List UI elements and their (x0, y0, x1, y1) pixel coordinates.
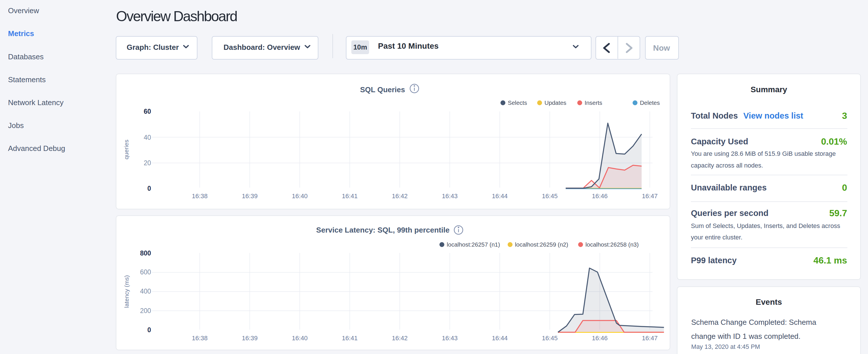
svg-text:Selects: Selects (508, 99, 527, 106)
svg-text:16:47: 16:47 (642, 192, 658, 200)
svg-text:Service Latency: SQL, 99th per: Service Latency: SQL, 99th percentile (316, 226, 449, 234)
svg-text:20: 20 (144, 159, 151, 167)
svg-text:Inserts: Inserts (585, 99, 602, 106)
svg-text:16:44: 16:44 (492, 192, 507, 200)
svg-text:0: 0 (147, 326, 151, 334)
svg-text:16:38: 16:38 (192, 192, 208, 200)
svg-text:SQL Queries: SQL Queries (360, 85, 405, 94)
svg-text:localhost:26258 (n3): localhost:26258 (n3) (585, 241, 639, 248)
svg-text:16:42: 16:42 (392, 192, 407, 200)
svg-text:40: 40 (144, 134, 151, 141)
svg-text:16:39: 16:39 (242, 192, 258, 200)
svg-text:16:46: 16:46 (592, 334, 608, 342)
svg-text:Updates: Updates (545, 99, 566, 106)
svg-text:0: 0 (147, 185, 151, 192)
svg-text:localhost:26257 (n1): localhost:26257 (n1) (447, 241, 500, 248)
svg-text:16:45: 16:45 (542, 334, 558, 342)
svg-text:16:43: 16:43 (442, 334, 458, 342)
svg-text:16:41: 16:41 (342, 192, 358, 200)
svg-text:16:41: 16:41 (342, 334, 358, 342)
svg-text:Deletes: Deletes (640, 99, 660, 106)
svg-text:60: 60 (144, 108, 151, 115)
svg-text:600: 600 (140, 268, 151, 276)
svg-text:16:38: 16:38 (192, 334, 208, 342)
svg-text:16:43: 16:43 (442, 192, 458, 200)
svg-text:16:40: 16:40 (292, 192, 308, 200)
svg-text:16:42: 16:42 (392, 334, 407, 342)
svg-text:16:40: 16:40 (292, 334, 308, 342)
svg-text:queries: queries (123, 140, 129, 160)
svg-text:800: 800 (140, 250, 151, 257)
svg-text:16:46: 16:46 (592, 192, 608, 200)
svg-text:localhost:26259 (n2): localhost:26259 (n2) (515, 241, 568, 248)
svg-text:16:44: 16:44 (492, 334, 507, 342)
svg-text:16:45: 16:45 (542, 192, 558, 200)
svg-text:200: 200 (140, 307, 151, 315)
svg-text:400: 400 (140, 288, 151, 295)
svg-text:latency (ms): latency (ms) (123, 275, 130, 308)
svg-text:16:47: 16:47 (642, 334, 658, 342)
svg-text:16:39: 16:39 (242, 334, 258, 342)
